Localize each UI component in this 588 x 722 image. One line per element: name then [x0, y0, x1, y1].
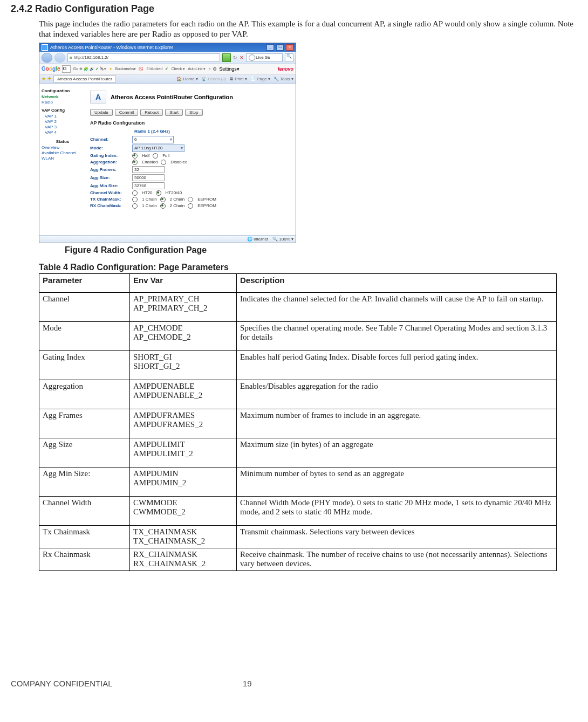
- settings-label[interactable]: Settings▾: [219, 66, 240, 72]
- table-row: Agg Min Size:AMPDUMIN AMPDUMIN_2Minimum …: [39, 467, 557, 496]
- add-fav-icon[interactable]: ✚: [47, 76, 52, 81]
- brand-heading: Atheros Access Point/Router Configuratio…: [111, 94, 233, 100]
- refresh-icon[interactable]: ↻: [233, 55, 237, 60]
- agg-disabled-radio[interactable]: [161, 160, 166, 165]
- print-menu[interactable]: 🖶 Print ▾: [229, 77, 247, 81]
- gating-full-radio[interactable]: [153, 153, 158, 159]
- mode-select[interactable]: AP 11ng HT20: [132, 145, 184, 152]
- tab-title[interactable]: Atheros Access Point/Router: [53, 75, 116, 82]
- autolink-label[interactable]: AutoLink ▾: [188, 67, 206, 71]
- cell-parameter: Agg Frames: [39, 409, 130, 438]
- gating-half-radio[interactable]: [132, 153, 138, 159]
- settings-icon[interactable]: ⚙: [213, 66, 217, 72]
- channel-select[interactable]: 6: [132, 136, 174, 143]
- sidebar-radio[interactable]: Radio: [42, 100, 84, 105]
- cw-ht20-radio[interactable]: [132, 190, 138, 196]
- sidebar-overview[interactable]: Overview: [42, 145, 84, 150]
- sidebar-wlan[interactable]: WLAN: [42, 156, 84, 161]
- cell-description: Indicates the channel selected for the A…: [237, 292, 557, 321]
- rx-2chain-label: 2 Chain: [170, 203, 185, 208]
- zoom-level[interactable]: 🔍 100% ▾: [272, 237, 293, 242]
- cw-ht2040-radio[interactable]: [156, 190, 161, 196]
- go-button[interactable]: [222, 53, 231, 62]
- start-button[interactable]: Start: [165, 109, 183, 116]
- cell-description: Receive chainmask. The number of receive…: [237, 548, 557, 570]
- table-row: ModeAP_CHMODE AP_CHMODE_2Specifies the c…: [39, 321, 557, 350]
- ie-icon: [42, 44, 48, 51]
- tx-chainmask-label: TX ChainMask:: [90, 197, 132, 202]
- rx-eeprom-radio[interactable]: [188, 203, 193, 209]
- search-go-button[interactable]: 🔍: [285, 53, 293, 62]
- sidebar-network[interactable]: Network: [42, 94, 84, 99]
- tools-menu[interactable]: 🔧 Tools ▾: [274, 77, 293, 81]
- sidebar-vap4[interactable]: VAP 4: [45, 130, 84, 135]
- figure-screenshot: Atheros Access Point/Router - Windows In…: [39, 43, 577, 243]
- rx-2chain-radio[interactable]: [160, 203, 166, 209]
- popup-blocked-icon[interactable]: 🚫: [139, 67, 143, 71]
- table-title: Table 4 Radio Configuration: Page Parame…: [39, 263, 577, 272]
- sidebar-vap3[interactable]: VAP 3: [45, 125, 84, 129]
- bookmarks-icon[interactable]: ★: [109, 67, 112, 71]
- internet-zone: 🌐 Internet: [247, 237, 268, 242]
- channel-width-label: Channel Width:: [90, 190, 132, 195]
- cell-env-var: AP_PRIMARY_CH AP_PRIMARY_CH_2: [130, 292, 237, 321]
- agg-size-label: Agg Size:: [90, 175, 132, 180]
- stop-icon[interactable]: ✕: [240, 55, 244, 60]
- cell-env-var: AMPDUENABLE AMPDUENABLE_2: [130, 380, 237, 409]
- sidebar-vap2[interactable]: VAP 2: [45, 119, 84, 124]
- cell-env-var: TX_CHAINMASK TX_CHAINMASK_2: [130, 525, 237, 548]
- cell-parameter: Agg Min Size:: [39, 467, 130, 496]
- check-label[interactable]: Check ▾: [171, 67, 185, 71]
- sidebar-vap1[interactable]: VAP 1: [45, 114, 84, 119]
- cell-description: Maximum number of frames to include in a…: [237, 409, 557, 438]
- back-button[interactable]: [42, 53, 52, 63]
- favorites-icon[interactable]: ★: [42, 76, 46, 81]
- action-buttons: Update Commit Reboot Start Stop: [90, 109, 291, 116]
- section-number: 2.4.2: [11, 3, 32, 14]
- browser-window: Atheros Access Point/Router - Windows In…: [39, 43, 296, 243]
- maximize-button[interactable]: ☐: [276, 44, 284, 51]
- lenovo-logo: lenovo: [278, 66, 293, 72]
- stop-button[interactable]: Stop: [185, 109, 202, 116]
- window-title: Atheros Access Point/Router - Windows In…: [50, 45, 264, 50]
- agg-size-input[interactable]: 50000: [132, 174, 165, 181]
- search-box[interactable]: Live Se: [246, 53, 283, 62]
- address-bar[interactable]: ehttp://192.168.1.2/: [67, 53, 220, 62]
- agg-frames-input[interactable]: 32: [132, 166, 165, 173]
- sidebar-status: Status: [42, 139, 84, 144]
- close-button[interactable]: ×: [286, 44, 293, 51]
- agg-enabled-radio[interactable]: [132, 160, 138, 165]
- footer-page-number: 19: [243, 679, 252, 688]
- rx-1chain-radio[interactable]: [132, 203, 138, 209]
- cell-description: Transmit chainmask. Selections vary betw…: [237, 525, 557, 548]
- google-go[interactable]: Go ⊕ 🧩 🔊 ✓ 🛰 ▾: [73, 67, 106, 71]
- agg-min-size-input[interactable]: 32768: [132, 182, 165, 189]
- cell-parameter: Mode: [39, 321, 130, 350]
- update-button[interactable]: Update: [90, 109, 113, 116]
- cell-description: Enables half period Gating Index. Disabl…: [237, 350, 557, 380]
- cell-description: Specifies the channel operating mode. Se…: [237, 321, 557, 350]
- tx-2chain-radio[interactable]: [160, 197, 166, 202]
- gating-full-label: Full: [162, 153, 169, 158]
- gating-label: Gating Index:: [90, 153, 132, 158]
- page-menu[interactable]: 📄 Page ▾: [250, 77, 270, 81]
- home-menu[interactable]: 🏠 Home ▾: [176, 77, 198, 81]
- forward-button[interactable]: [54, 53, 65, 63]
- minimize-button[interactable]: _: [266, 44, 274, 51]
- check-icon[interactable]: ✔: [165, 67, 168, 71]
- panel-heading: AP Radio Configuration: [90, 120, 291, 126]
- tx-eeprom-radio[interactable]: [188, 197, 193, 202]
- more-label[interactable]: »: [208, 67, 210, 71]
- cell-env-var: AMPDULIMIT AMPDULIMIT_2: [130, 438, 237, 467]
- google-search-select[interactable]: G: [62, 65, 71, 73]
- feeds-menu[interactable]: 📡 Feeds (J): [201, 77, 226, 81]
- cell-env-var: AP_CHMODE AP_CHMODE_2: [130, 321, 237, 350]
- sidebar-available-channel[interactable]: Available Channel: [42, 150, 84, 155]
- section-heading: 2.4.2 Radio Configuration Page: [11, 3, 577, 15]
- tx-1chain-radio[interactable]: [132, 197, 138, 202]
- commit-button[interactable]: Commit: [115, 109, 139, 116]
- reboot-button[interactable]: Reboot: [140, 109, 163, 116]
- bookmarks-label[interactable]: Bookmarks▾: [115, 67, 136, 71]
- cell-parameter: Rx Chainmask: [39, 548, 130, 570]
- table-row: ChannelAP_PRIMARY_CH AP_PRIMARY_CH_2Indi…: [39, 292, 557, 321]
